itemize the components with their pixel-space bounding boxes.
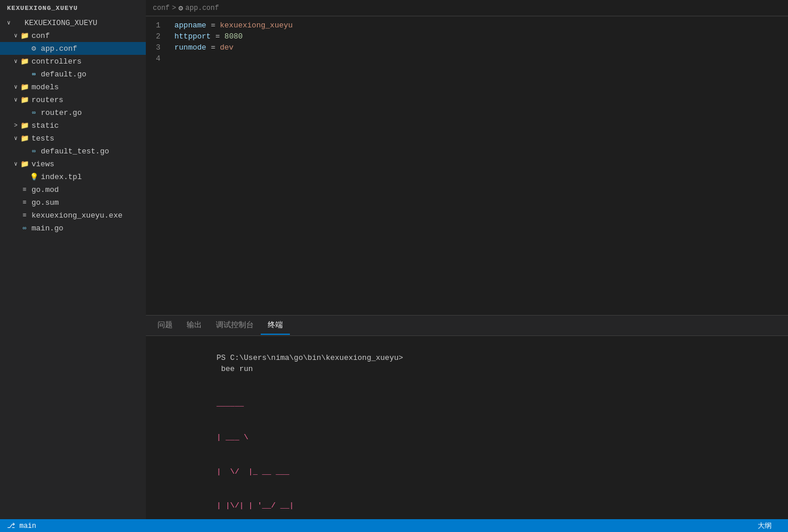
- spacer: [12, 198, 20, 206]
- art-content: | |\/| | '__/ __|: [216, 501, 294, 510]
- art-line-1: ______: [153, 386, 781, 421]
- term-cmd: bee run: [216, 365, 253, 373]
- art-content: ______: [216, 399, 244, 408]
- tree-label-defaultgo: default.go: [41, 70, 86, 79]
- tree-label-appconf: app.conf: [41, 44, 77, 53]
- tree-item-controllers[interactable]: ∨ 📁 controllers: [0, 55, 146, 68]
- status-outline[interactable]: 大纲: [758, 521, 772, 531]
- tab-output[interactable]: 输出: [180, 316, 209, 335]
- mod-icon: ≡: [20, 185, 29, 194]
- tab-debug-console[interactable]: 调试控制台: [209, 316, 261, 335]
- breadcrumb-sep: >: [172, 4, 176, 12]
- tree-label-root: KEXUEXIONG_XUEYU: [24, 19, 97, 27]
- tree-item-defaulttestgo[interactable]: ∞ default_test.go: [0, 145, 146, 158]
- spacer: [21, 70, 29, 78]
- tree-item-views[interactable]: ∨ 📁 views: [0, 158, 146, 170]
- chevron-down-icon: ∨: [12, 160, 20, 168]
- breadcrumb: conf > ⚙ app.conf: [146, 0, 788, 16]
- chevron-right-icon: >: [12, 121, 20, 130]
- tree-label-controllers: controllers: [31, 57, 82, 66]
- status-branch: ⎇ main: [7, 522, 36, 530]
- code-line-1: 1 appname = kexuexiong_xueyu: [146, 21, 788, 32]
- line-content-2: httpport = 8080: [172, 32, 243, 41]
- spacer: [21, 147, 29, 155]
- terminal-panel: 问题 输出 调试控制台 终端 PS C:\Users\nima\go\bin\k…: [146, 315, 788, 519]
- terminal-content[interactable]: PS C:\Users\nima\go\bin\kexuexiong_xueyu…: [146, 336, 788, 519]
- tree-item-conf[interactable]: ∨ 📁 conf: [0, 29, 146, 42]
- spacer: [12, 224, 20, 232]
- go-icon: ∞: [20, 223, 29, 233]
- tree-item-defaultgo[interactable]: ∞ default.go: [0, 68, 146, 80]
- art-content: | \/ |_ __ ___: [216, 467, 289, 476]
- go-icon: ∞: [29, 146, 38, 156]
- art-content: | ___ \: [216, 433, 248, 442]
- folder-icon: 📁: [20, 95, 29, 104]
- tree-item-root[interactable]: ∨ KEXUEXIONG_XUEYU: [0, 16, 146, 29]
- code-editor[interactable]: 1 appname = kexuexiong_xueyu 2 httpport …: [146, 16, 788, 315]
- spacer: [21, 108, 29, 117]
- folder-icon: [13, 18, 22, 27]
- tree-item-models[interactable]: ∨ 📁 models: [0, 80, 146, 93]
- go-icon: ∞: [29, 108, 38, 117]
- tab-problems[interactable]: 问题: [150, 316, 180, 335]
- folder-icon: 📁: [20, 134, 29, 143]
- tree-label-indextpl: index.tpl: [41, 173, 82, 181]
- tree-item-routergo[interactable]: ∞ router.go: [0, 106, 146, 119]
- spacer: [12, 211, 20, 219]
- tree-item-routers[interactable]: ∨ 📁 routers: [0, 93, 146, 106]
- sum-icon: ≡: [20, 198, 29, 207]
- breadcrumb-appconf: app.conf: [185, 4, 219, 12]
- tree-label-static: static: [31, 121, 59, 130]
- sidebar-title: KEXUEXIONG_XUEYU: [0, 0, 146, 16]
- chevron-down-icon: ∨: [12, 32, 20, 40]
- line-content-1: appname = kexuexiong_xueyu: [172, 21, 293, 30]
- art-line-4: | |\/| | '__/ __|: [153, 489, 781, 520]
- editor-area: conf > ⚙ app.conf 1 appname = kexuexiong…: [146, 0, 788, 519]
- term-prompt: PS C:\Users\nima\go\bin\kexuexiong_xueyu…: [216, 354, 403, 362]
- chevron-down-icon: ∨: [12, 134, 20, 142]
- term-prompt-line: PS C:\Users\nima\go\bin\kexuexiong_xueyu…: [153, 341, 781, 386]
- tree-item-exe[interactable]: ≡ kexuexiong_xueyu.exe: [0, 209, 146, 222]
- spacer: [21, 44, 29, 52]
- tree-item-tests[interactable]: ∨ 📁 tests: [0, 132, 146, 145]
- go-icon: ∞: [29, 69, 38, 79]
- tree-label-defaulttestgo: default_test.go: [41, 147, 109, 156]
- gear-icon: ⚙: [178, 4, 183, 13]
- art-line-2: | ___ \: [153, 421, 781, 455]
- terminal-tabs: 问题 输出 调试控制台 终端: [146, 316, 788, 336]
- line-num-4: 4: [146, 54, 172, 63]
- tree-label-tests: tests: [31, 134, 54, 143]
- tree-item-static[interactable]: > 📁 static: [0, 119, 146, 132]
- sidebar: KEXUEXIONG_XUEYU ∨ KEXUEXIONG_XUEYU ∨ 📁 …: [0, 0, 146, 519]
- tree-label-models: models: [31, 83, 59, 92]
- tree-item-gomod[interactable]: ≡ go.mod: [0, 183, 146, 196]
- tree-item-maingo[interactable]: ∞ main.go: [0, 222, 146, 235]
- tree-label-exe: kexuexiong_xueyu.exe: [31, 211, 122, 220]
- tree-item-appconf[interactable]: ⚙ app.conf: [0, 42, 146, 55]
- tree-label-maingo: main.go: [31, 224, 64, 233]
- status-bar: ⎇ main 大纲: [0, 519, 788, 532]
- folder-icon: 📁: [20, 57, 29, 66]
- exe-icon: ≡: [20, 211, 29, 220]
- tree-label-conf: conf: [31, 32, 50, 40]
- line-num-3: 3: [146, 43, 172, 52]
- status-outline-label: 大纲: [758, 521, 772, 531]
- tree-label-gomod: go.mod: [31, 186, 59, 194]
- code-line-4: 4: [146, 54, 788, 65]
- code-line-3: 3 runmode = dev: [146, 43, 788, 54]
- tab-terminal[interactable]: 终端: [261, 316, 290, 335]
- line-num-2: 2: [146, 32, 172, 41]
- chevron-down-icon: ∨: [5, 19, 13, 27]
- breadcrumb-conf: conf: [153, 4, 170, 12]
- tpl-icon: 💡: [29, 172, 38, 181]
- folder-icon: 📁: [20, 159, 29, 169]
- code-line-2: 2 httpport = 8080: [146, 32, 788, 43]
- gear-icon: ⚙: [29, 44, 38, 53]
- tree-item-gosum[interactable]: ≡ go.sum: [0, 196, 146, 209]
- art-line-3: | \/ |_ __ ___: [153, 454, 781, 489]
- line-num-1: 1: [146, 21, 172, 30]
- chevron-right-icon: ∨: [12, 83, 20, 91]
- tree-item-indextpl[interactable]: 💡 index.tpl: [0, 170, 146, 183]
- spacer: [12, 186, 20, 194]
- spacer: [21, 173, 29, 181]
